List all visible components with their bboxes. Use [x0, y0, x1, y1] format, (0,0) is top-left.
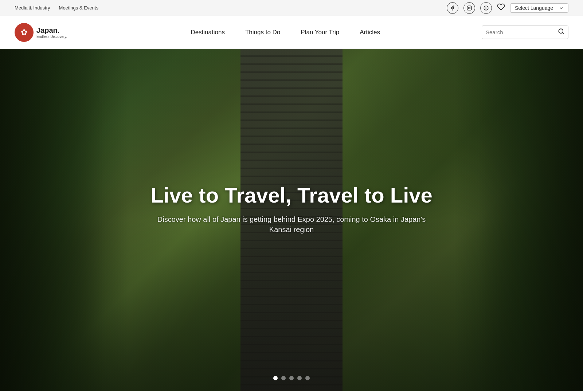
nav-destinations[interactable]: Destinations	[180, 16, 235, 49]
hero-content: Live to Travel, Travel to Live Discover …	[0, 49, 583, 391]
logo-text: Japan. Endless Discovery.	[36, 26, 67, 39]
language-label: Select Language	[515, 5, 553, 11]
svg-marker-4	[486, 7, 487, 9]
slide-dots	[273, 376, 310, 380]
nav-articles[interactable]: Articles	[349, 16, 390, 49]
search-button[interactable]	[558, 28, 564, 36]
svg-rect-0	[467, 6, 472, 10]
meetings-events-link[interactable]: Meetings & Events	[59, 5, 98, 11]
hero-subtitle: Discover how all of Japan is getting beh…	[146, 214, 437, 235]
slide-dot-2[interactable]	[281, 376, 286, 380]
nav-links: Destinations Things to Do Plan Your Trip…	[89, 16, 482, 49]
top-bar-right: Select Language	[447, 2, 568, 14]
svg-point-2	[470, 7, 471, 7]
top-bar-links: Media & Industry Meetings & Events	[15, 5, 98, 11]
instagram-icon[interactable]	[463, 2, 475, 14]
search-icon	[558, 28, 564, 35]
svg-line-6	[562, 32, 563, 34]
logo-tagline: Endless Discovery.	[36, 35, 67, 39]
logo-name: Japan.	[36, 26, 67, 35]
hero-section: Live to Travel, Travel to Live Discover …	[0, 49, 583, 391]
language-selector[interactable]: Select Language	[510, 3, 568, 13]
youtube-icon[interactable]	[480, 2, 492, 14]
logo[interactable]: Japan. Endless Discovery.	[15, 23, 67, 42]
nav-things-to-do[interactable]: Things to Do	[235, 16, 290, 49]
search-area	[482, 26, 568, 39]
media-industry-link[interactable]: Media & Industry	[15, 5, 50, 11]
nav-plan-trip[interactable]: Plan Your Trip	[290, 16, 349, 49]
svg-point-5	[559, 29, 563, 33]
slide-dot-1[interactable]	[273, 376, 278, 380]
slide-dot-4[interactable]	[297, 376, 302, 380]
facebook-icon[interactable]	[447, 2, 458, 14]
chevron-down-icon	[559, 5, 564, 11]
slide-dot-5[interactable]	[305, 376, 310, 380]
top-bar: Media & Industry Meetings & Events Selec…	[0, 0, 583, 16]
logo-icon	[15, 23, 34, 42]
hero-title: Live to Travel, Travel to Live	[150, 184, 433, 207]
wishlist-heart-icon[interactable]	[497, 3, 505, 13]
svg-point-1	[469, 7, 470, 9]
main-nav: Japan. Endless Discovery. Destinations T…	[0, 16, 583, 49]
slide-dot-3[interactable]	[289, 376, 294, 380]
search-input[interactable]	[486, 29, 555, 35]
